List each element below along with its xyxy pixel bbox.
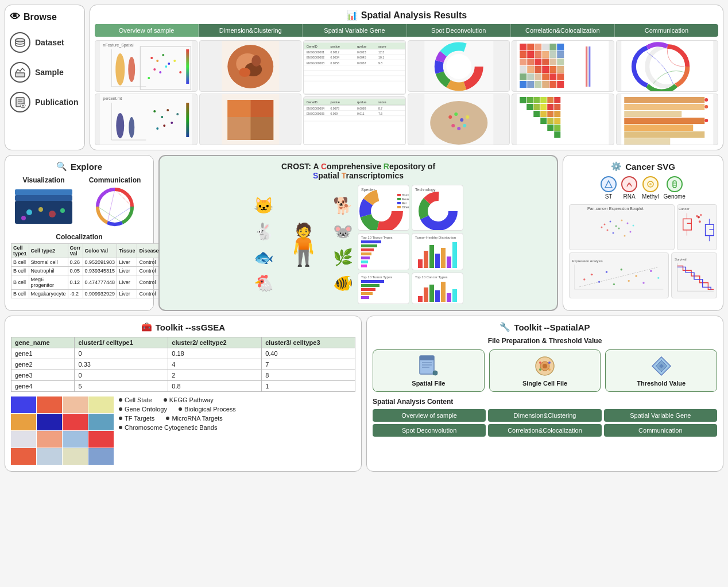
bullet-kegg: KEGG Pathway [164, 396, 214, 403]
svg-rect-116 [535, 44, 541, 50]
svg-text:Tumor-Healthy Distribution: Tumor-Healthy Distribution [415, 236, 456, 239]
svg-text:0.009: 0.009 [330, 112, 338, 115]
ssgsea-title: 🧰 Toolkit --ssGSEA [11, 322, 355, 332]
svg-point-276 [700, 214, 702, 216]
svg-point-184 [704, 105, 708, 108]
svg-rect-137 [557, 66, 564, 73]
svg-rect-142 [549, 73, 556, 80]
explore-label: Explore [71, 162, 102, 172]
tag-svg-gene[interactable]: Spatial Variable Gene [604, 409, 717, 422]
svg-rect-26 [186, 49, 189, 84]
svg-point-34 [161, 116, 163, 118]
spatial-file-item[interactable]: Spatial File [373, 349, 485, 392]
tag-overview[interactable]: Overview of sample [373, 409, 486, 422]
scatter-plot-1: Expression Analysis [569, 252, 669, 298]
svg-rect-152 [520, 97, 526, 103]
svg-point-32 [129, 117, 134, 138]
svg-rect-231 [441, 248, 446, 268]
svg-text:0.0034: 0.0034 [330, 56, 339, 59]
svg-rect-171 [554, 125, 560, 131]
svg-point-189 [26, 209, 32, 215]
tab-svg[interactable]: Spatial Variable Gene [303, 24, 406, 37]
explore-title: 🔍 Explore [11, 161, 148, 172]
svg-text:Rat: Rat [402, 201, 406, 205]
svg-rect-135 [542, 66, 549, 73]
bullet-dot-7 [119, 426, 122, 429]
svg-text:Mouse: Mouse [402, 197, 409, 201]
st-icon [601, 176, 617, 192]
toolkit-icon: 🧰 [141, 322, 152, 332]
bullet-row-1: Cell State KEGG Pathway [119, 396, 355, 403]
svg-point-110 [451, 124, 455, 127]
svg-point-284 [583, 278, 585, 280]
svg-rect-78 [304, 99, 405, 144]
tag-spot[interactable]: Spot Deconvolution [373, 424, 486, 437]
dog-icon: 🐕 [333, 196, 353, 215]
svg-line-198 [107, 189, 115, 223]
ssgsea-row-4: gene4 5 0.8 1 [11, 381, 355, 392]
spatialap-title: 🔧 Toolkit --SpatialAP [373, 322, 717, 332]
boxplot-right: Cancer [677, 204, 717, 250]
svg-text:nFeature_Spatial: nFeature_Spatial [103, 43, 134, 48]
svg-rect-245 [441, 282, 446, 302]
svg-text:pvalue: pvalue [330, 45, 339, 48]
tab-comm[interactable]: Communication [615, 24, 718, 37]
svg-rect-237 [361, 288, 375, 291]
coloc-row-1: B cell Stromal cell 0.26 0.952091903 Liv… [11, 258, 161, 267]
tag-dimension[interactable]: Dimension&Clustering [488, 409, 601, 422]
tab-spot[interactable]: Spot Deconvolution [407, 24, 511, 37]
svg-rect-169 [554, 111, 560, 117]
svg-text:ENSG000004: ENSG000004 [307, 107, 325, 110]
tag-corr[interactable]: Correlation&Colocalization [488, 424, 601, 437]
svg-rect-222 [361, 252, 371, 255]
svg-point-191 [49, 211, 56, 217]
svg-rect-134 [535, 66, 541, 73]
browse-item-dataset[interactable]: Dataset [10, 32, 80, 53]
svg-text:0.0089: 0.0089 [357, 107, 366, 110]
bullet-dot-2 [164, 398, 167, 402]
tab-dimension[interactable]: Dimension&Clustering [199, 24, 303, 37]
bullet-dot-3 [119, 407, 122, 411]
explore-panel: 🔍 Explore Visualization [5, 155, 154, 311]
browse-item-sample[interactable]: Sample [10, 62, 80, 83]
cancer-chart-row-2: Expression Analysis [569, 252, 717, 298]
single-cell-file-item[interactable]: Single Cell File [489, 349, 601, 392]
svg-rect-172 [554, 131, 560, 138]
zebrafish-icon: 🐠 [333, 274, 353, 293]
svg-point-45 [239, 68, 250, 77]
ssgsea-row-2: gene2 0.33 4 7 [11, 359, 355, 370]
svg-rect-252 [673, 181, 676, 188]
tab-overview[interactable]: Overview of sample [95, 24, 199, 37]
svg-rect-244 [435, 290, 440, 302]
methyl-icon-item[interactable]: Methyl [642, 176, 659, 200]
tag-comm[interactable]: Communication [604, 424, 717, 437]
svg-point-16 [150, 57, 153, 59]
svg-rect-311 [11, 448, 36, 465]
svg-rect-144 [520, 81, 526, 88]
svg-point-46 [251, 55, 261, 67]
svg-rect-168 [554, 104, 560, 110]
svg-rect-235 [361, 280, 384, 283]
tab-corr[interactable]: Correlation&Colocalization [511, 24, 615, 37]
svg-point-24 [148, 77, 150, 79]
genome-icon-item[interactable]: Genome [664, 176, 686, 200]
cancer-svg-title: ⚙️ Cancer SVG [569, 161, 717, 172]
svg-rect-131 [557, 59, 564, 65]
st-icon-item[interactable]: ST [601, 176, 617, 200]
single-cell-icon [533, 355, 556, 378]
svg-rect-302 [88, 396, 114, 413]
svg-rect-167 [554, 97, 560, 103]
svg-point-325 [539, 361, 541, 364]
threshold-value-item[interactable]: Threshold Value [605, 349, 717, 392]
browse-item-publication[interactable]: Publication [10, 92, 80, 112]
rna-icon-item[interactable]: RNA [621, 176, 637, 200]
svg-rect-229 [429, 245, 434, 268]
file-icons-row: Spatial File Single Cell File [373, 349, 717, 392]
svg-text:0.0012: 0.0012 [330, 50, 339, 54]
svg-point-18 [162, 54, 164, 56]
svg-point-106 [448, 115, 452, 119]
svg-rect-130 [549, 59, 556, 65]
methyl-icon [642, 176, 659, 192]
spatial-file-label: Spatial File [412, 380, 445, 387]
tag-row-2: Spot Deconvolution Correlation&Colocaliz… [373, 424, 717, 437]
